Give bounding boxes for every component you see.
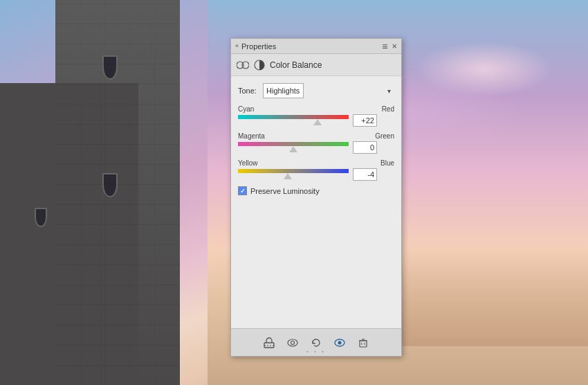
view-button[interactable] [332,335,347,350]
delete-button[interactable] [356,335,371,350]
slider-labels-2: Magenta Green [238,132,394,140]
slider-cyan-red: Cyan Red [238,105,394,127]
cyan-red-value[interactable] [353,114,377,127]
title-bar-left: « Properties [235,42,276,51]
green-label: Green [375,132,394,140]
thumb-container-3 [238,173,349,180]
svg-point-7 [338,341,342,344]
svg-rect-8 [360,341,367,347]
slider-thumb-1[interactable] [313,119,322,125]
yellow-blue-value[interactable] [353,168,377,181]
slider-labels-3: Yellow Blue [238,159,394,167]
slider-labels-1: Cyan Red [238,105,394,113]
visibility-outline-button[interactable] [285,335,300,350]
bw-icon [253,59,266,71]
panel-header: Color Balance [231,54,401,76]
cyan-label: Cyan [238,105,254,113]
slider-magenta-green: Magenta Green [238,132,394,154]
properties-panel: « Properties ≡ × Color Balance [230,38,402,357]
svg-point-5 [291,341,295,344]
preserve-luminosity-checkbox[interactable] [238,186,247,195]
panel-title: Properties [241,42,276,51]
thumb-container-1 [238,119,349,126]
tone-label: Tone: [238,87,259,95]
slider-with-input-3 [238,168,394,181]
slider-with-input-2 [238,141,394,154]
menu-icon[interactable]: ≡ [382,41,387,52]
castle-area [0,0,221,385]
adjustment-icon [237,59,249,71]
resize-handle[interactable]: • • • [306,348,326,355]
preserve-luminosity-row: Preserve Luminosity [238,186,394,195]
svg-point-4 [288,339,297,346]
title-bar: « Properties ≡ × [231,39,401,54]
slider-track-wrap-1 [238,115,349,126]
panel-content: Tone: Shadows Midtones Highlights Cyan R… [231,76,401,328]
title-bar-right: ≡ × [382,41,397,52]
blue-label: Blue [380,159,394,167]
collapse-button[interactable]: « [235,43,239,49]
preserve-luminosity-label: Preserve Luminosity [250,187,320,195]
clip-to-layer-button[interactable] [261,335,277,350]
slider-thumb-2[interactable] [289,146,297,152]
close-button[interactable]: × [392,42,397,51]
slider-yellow-blue: Yellow Blue [238,159,394,181]
svg-rect-3 [264,343,274,348]
header-title: Color Balance [270,60,322,70]
tone-select[interactable]: Shadows Midtones Highlights [263,83,304,98]
tone-select-wrapper: Shadows Midtones Highlights [263,83,394,98]
slider-track-wrap-3 [238,169,349,180]
thumb-container-2 [238,146,349,153]
magenta-green-value[interactable] [353,141,377,154]
tone-row: Tone: Shadows Midtones Highlights [238,83,394,98]
slider-track-wrap-2 [238,142,349,153]
yellow-label: Yellow [238,159,258,167]
red-label: Red [382,105,394,113]
magenta-label: Magenta [238,132,265,140]
slider-with-input-1 [238,114,394,127]
slider-thumb-3[interactable] [284,173,292,179]
